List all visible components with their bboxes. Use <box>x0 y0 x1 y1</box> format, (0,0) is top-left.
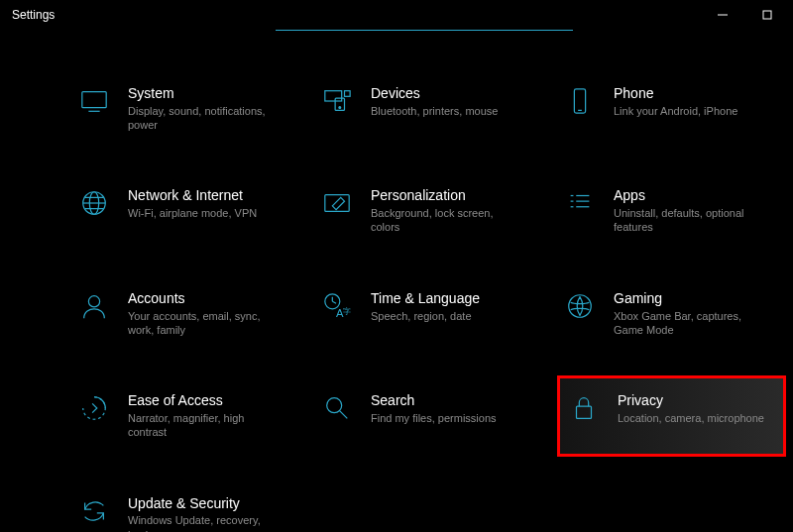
tile-gaming[interactable]: Gaming Xbox Game Bar, captures, Game Mod… <box>560 284 783 343</box>
system-icon <box>78 85 110 117</box>
personalization-icon <box>321 187 353 219</box>
minimize-button[interactable] <box>700 0 744 30</box>
svg-rect-2 <box>82 92 106 108</box>
tile-desc: Your accounts, email, sync, work, family <box>128 309 282 338</box>
svg-point-28 <box>569 295 592 318</box>
svg-line-30 <box>340 411 348 419</box>
search-icon <box>321 392 353 424</box>
tile-apps[interactable]: Apps Uninstall, defaults, optional featu… <box>560 181 783 240</box>
tile-title: Apps <box>614 187 767 204</box>
tile-title: System <box>128 85 282 102</box>
svg-text:字: 字 <box>343 306 351 316</box>
tile-desc: Display, sound, notifications, power <box>128 104 282 133</box>
tile-update-security[interactable]: Update & Security Windows Update, recove… <box>74 489 297 532</box>
gaming-icon <box>564 290 596 322</box>
tile-desc: Uninstall, defaults, optional features <box>614 206 767 235</box>
titlebar: Settings <box>0 0 793 30</box>
lock-icon <box>568 392 600 424</box>
tile-personalization[interactable]: Personalization Background, lock screen,… <box>317 181 540 240</box>
tile-desc: Xbox Game Bar, captures, Game Mode <box>614 309 767 338</box>
svg-line-25 <box>332 301 336 303</box>
tile-title: Update & Security <box>128 495 282 512</box>
tile-title: Gaming <box>614 290 767 307</box>
tile-phone[interactable]: Phone Link your Android, iPhone <box>560 79 783 138</box>
phone-icon <box>564 85 596 117</box>
tile-ease-of-access[interactable]: Ease of Access Narrator, magnifier, high… <box>74 386 297 445</box>
tile-accounts[interactable]: Accounts Your accounts, email, sync, wor… <box>74 284 297 343</box>
tile-title: Ease of Access <box>128 392 282 409</box>
tile-desc: Narrator, magnifier, high contrast <box>128 411 282 440</box>
tile-desc: Background, lock screen, colors <box>371 206 524 235</box>
tile-desc: Link your Android, iPhone <box>614 104 737 118</box>
update-icon <box>78 495 110 527</box>
tile-time-language[interactable]: A字 Time & Language Speech, region, date <box>317 284 540 343</box>
svg-rect-31 <box>577 406 592 418</box>
tile-network[interactable]: Network & Internet Wi-Fi, airplane mode,… <box>74 181 297 240</box>
tile-title: Devices <box>371 85 498 102</box>
time-language-icon: A字 <box>321 290 353 322</box>
tile-desc: Windows Update, recovery, backup <box>128 513 282 532</box>
ease-of-access-icon <box>78 392 110 424</box>
tile-title: Time & Language <box>371 290 480 307</box>
svg-rect-8 <box>574 89 585 113</box>
tile-title: Personalization <box>371 187 524 204</box>
maximize-button[interactable] <box>744 0 789 30</box>
svg-rect-7 <box>345 91 351 97</box>
tile-desc: Location, camera, microphone <box>618 411 764 425</box>
accounts-icon <box>78 290 110 322</box>
window-controls <box>700 0 789 30</box>
tile-devices[interactable]: Devices Bluetooth, printers, mouse <box>317 79 540 138</box>
tile-desc: Bluetooth, printers, mouse <box>371 104 498 118</box>
tile-title: Accounts <box>128 290 282 307</box>
tile-search[interactable]: Search Find my files, permissions <box>317 386 540 445</box>
apps-icon <box>564 187 596 219</box>
search-input-underline[interactable] <box>276 30 573 31</box>
tile-title: Privacy <box>618 392 764 409</box>
tile-desc: Wi-Fi, airplane mode, VPN <box>128 206 257 220</box>
globe-icon <box>78 187 110 219</box>
svg-rect-4 <box>325 91 342 101</box>
tile-privacy[interactable]: Privacy Location, camera, microphone <box>560 378 783 453</box>
tile-title: Phone <box>614 85 737 102</box>
settings-grid: System Display, sound, notifications, po… <box>74 79 778 532</box>
svg-point-22 <box>88 295 99 306</box>
tile-desc: Speech, region, date <box>371 309 480 323</box>
window-title: Settings <box>12 8 55 22</box>
tile-title: Search <box>371 392 497 409</box>
minimize-icon <box>718 10 728 20</box>
svg-rect-1 <box>763 11 771 19</box>
devices-icon <box>321 85 353 117</box>
maximize-icon <box>762 10 772 20</box>
svg-point-6 <box>339 107 341 109</box>
svg-point-29 <box>327 398 342 413</box>
tile-desc: Find my files, permissions <box>371 411 497 425</box>
tile-title: Network & Internet <box>128 187 257 204</box>
tile-system[interactable]: System Display, sound, notifications, po… <box>74 79 297 138</box>
